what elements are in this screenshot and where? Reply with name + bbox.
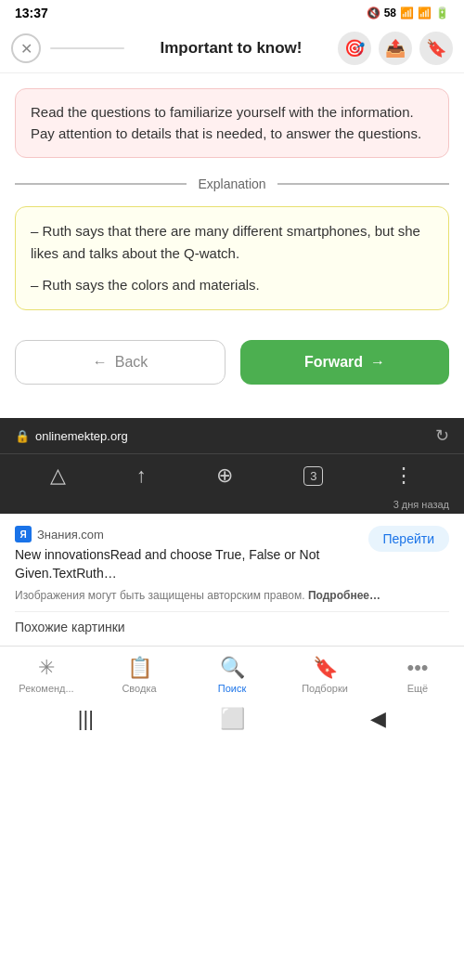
back-label: Back	[115, 354, 148, 371]
volume-icon: 🔇	[367, 7, 380, 20]
nav-buttons: ← Back Forward →	[15, 333, 449, 403]
search-result-source: Я Знания.com	[15, 526, 361, 542]
tab-collections[interactable]: 🔖 Подборки	[278, 656, 371, 694]
forward-arrow-icon: →	[370, 354, 385, 371]
home-nav-button[interactable]: △	[50, 464, 66, 488]
signal-icon: 📶	[418, 7, 432, 20]
bottom-tab-bar: ✳ Рекоменд... 📋 Сводка 🔍 Поиск 🔖 Подборк…	[0, 646, 464, 699]
new-tab-button[interactable]: ⊕	[216, 464, 233, 488]
tab-search[interactable]: 🔍 Поиск	[186, 656, 278, 694]
back-arrow-icon: ←	[93, 354, 108, 371]
status-icons: 🔇 58 📶 📶 🔋	[367, 7, 449, 20]
header-left: ✕	[11, 33, 124, 63]
go-button[interactable]: Перейти	[368, 526, 449, 552]
status-bar: 13:37 🔇 58 📶 📶 🔋	[0, 0, 464, 24]
bookmark-icon-button[interactable]: 🔖	[419, 32, 453, 65]
source-icon: Я	[15, 526, 32, 542]
tab-count: 3	[303, 466, 323, 486]
status-time: 13:37	[15, 6, 48, 20]
explanation-line1: – Ruth says that there are many differen…	[31, 220, 433, 265]
search-result-header: Я Знания.com New innovationsRead and cho…	[15, 526, 449, 582]
bookmark-tab-icon: 🔖	[313, 656, 338, 680]
browser-url[interactable]: onlinemektep.org	[35, 429, 128, 443]
phone-home-button[interactable]: |||	[78, 707, 94, 731]
notification-count: 58	[384, 7, 396, 20]
tabs-button[interactable]: 3	[303, 466, 323, 486]
similar-label: Похожие картинки	[15, 611, 449, 634]
explanation-card: – Ruth says that there are many differen…	[15, 206, 449, 310]
info-text: Read the questions to familiarize yourse…	[31, 104, 421, 141]
header-actions: 🎯 📤 🔖	[338, 32, 453, 65]
tab-collections-label: Подборки	[302, 683, 348, 694]
share-icon-button[interactable]: 📤	[379, 32, 412, 65]
search-icon: 🔍	[220, 656, 245, 680]
more-menu-button[interactable]: ⋮	[393, 464, 414, 488]
main-content: Read the questions to familiarize yourse…	[0, 73, 464, 418]
back-button[interactable]: ← Back	[15, 340, 226, 385]
explanation-divider: Explanation	[15, 176, 449, 191]
progress-line	[50, 47, 124, 49]
tab-recommended-label: Рекоменд...	[19, 683, 73, 694]
lock-icon: 🔒	[15, 429, 30, 443]
divider-line-right	[277, 183, 449, 185]
days-ago: 3 дня назад	[0, 497, 464, 514]
battery-icon: 🔋	[435, 7, 449, 20]
target-icon-button[interactable]: 🎯	[338, 32, 371, 65]
tab-search-label: Поиск	[218, 683, 246, 694]
sim-icon: 📶	[400, 7, 414, 20]
snippet-link[interactable]: Подробнее…	[308, 589, 380, 602]
tab-summary[interactable]: 📋 Сводка	[93, 656, 186, 694]
browser-bar: 🔒 onlinemektep.org ↻	[0, 418, 464, 453]
header-bar: ✕ Important to know! 🎯 📤 🔖	[0, 24, 464, 73]
divider-line-left	[15, 183, 187, 185]
forward-button[interactable]: Forward →	[240, 340, 449, 385]
divider-label: Explanation	[198, 176, 265, 191]
forward-label: Forward	[304, 354, 363, 371]
more-icon: •••	[406, 656, 428, 680]
share-nav-button[interactable]: ↑	[136, 464, 147, 488]
tab-recommended[interactable]: ✳ Рекоменд...	[0, 656, 93, 694]
explanation-line2: – Ruth says the colors and materials.	[31, 274, 433, 296]
phone-recents-button[interactable]: ◀	[370, 707, 386, 731]
source-name: Знания.com	[37, 528, 104, 542]
browser-url-area: 🔒 onlinemektep.org	[15, 429, 128, 443]
page-title: Important to know!	[124, 39, 338, 58]
phone-back-button[interactable]: ⬜	[220, 707, 245, 731]
close-button[interactable]: ✕	[11, 33, 41, 63]
search-result-snippet: Изображения могут быть защищены авторски…	[15, 588, 449, 604]
search-result-title: New innovationsRead and choose True, Fal…	[15, 546, 361, 582]
browser-nav: △ ↑ ⊕ 3 ⋮	[0, 453, 464, 497]
reload-icon[interactable]: ↻	[435, 425, 449, 446]
search-result-area: Я Знания.com New innovationsRead and cho…	[0, 514, 464, 646]
info-card: Read the questions to familiarize yourse…	[15, 88, 449, 158]
phone-nav: ||| ⬜ ◀	[0, 699, 464, 738]
summary-icon: 📋	[127, 656, 152, 680]
star-icon: ✳	[38, 656, 55, 680]
tab-summary-label: Сводка	[122, 683, 156, 694]
tab-more[interactable]: ••• Ещё	[371, 656, 464, 694]
tab-more-label: Ещё	[407, 683, 429, 694]
snippet-text: Изображения могут быть защищены авторски…	[15, 589, 305, 602]
